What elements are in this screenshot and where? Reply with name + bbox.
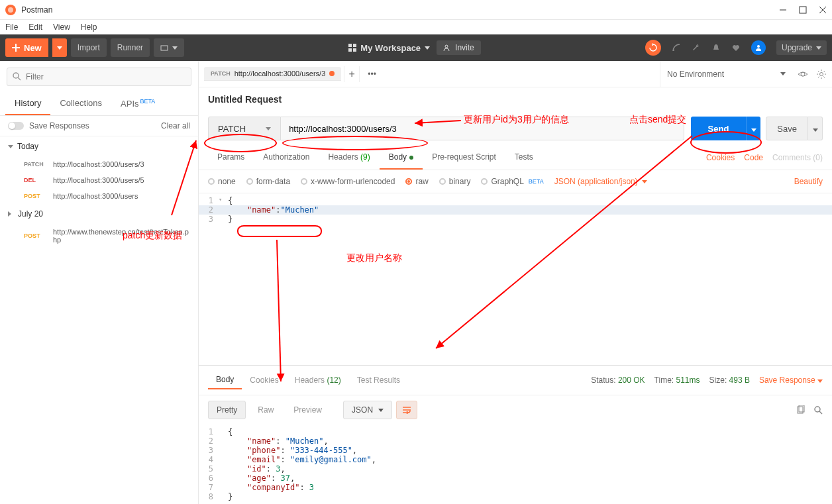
- body-type-raw[interactable]: raw: [405, 177, 428, 186]
- folder-icon: [160, 44, 168, 52]
- cookies-link[interactable]: Cookies: [706, 153, 735, 162]
- app-title: Postman: [21, 5, 779, 15]
- app-icon: [5, 5, 16, 15]
- minimize-icon[interactable]: [779, 6, 787, 14]
- close-icon[interactable]: [819, 6, 827, 14]
- menu-view[interactable]: View: [53, 23, 70, 32]
- workspace-selector[interactable]: My Workspace: [348, 43, 430, 53]
- env-preview-icon[interactable]: [798, 69, 808, 79]
- new-dropdown[interactable]: [52, 38, 67, 57]
- tab-body[interactable]: Body: [380, 146, 423, 170]
- resp-tab-headers[interactable]: Headers (12): [287, 372, 349, 389]
- filter-input[interactable]: [7, 68, 191, 86]
- tab-apis[interactable]: APIsBETA: [111, 93, 164, 115]
- request-subtabs: Params Authorization Headers (9) Body Pr…: [199, 146, 832, 170]
- open-button[interactable]: [154, 38, 184, 57]
- heart-icon[interactable]: [731, 43, 741, 52]
- code-link[interactable]: Code: [744, 153, 763, 162]
- history-item[interactable]: DELhttp://localhost:3000/users/5: [0, 172, 198, 188]
- send-button[interactable]: Send: [691, 117, 747, 140]
- url-input[interactable]: [281, 117, 684, 140]
- wrap-lines-icon[interactable]: [396, 401, 417, 419]
- body-type-graphql[interactable]: GraphQLBETA: [481, 177, 543, 186]
- tab-history[interactable]: History: [5, 93, 50, 115]
- plus-icon: [12, 44, 20, 52]
- content-type-selector[interactable]: JSON (application/json): [554, 177, 647, 186]
- maximize-icon[interactable]: [799, 6, 807, 14]
- settings-icon[interactable]: [816, 69, 827, 79]
- sidebar: History Collections APIsBETA Save Respon…: [0, 61, 199, 504]
- pretty-button[interactable]: Pretty: [208, 401, 246, 419]
- tab-authorization[interactable]: Authorization: [254, 146, 319, 170]
- svg-point-13: [673, 50, 674, 51]
- svg-line-24: [819, 411, 822, 414]
- menu-edit[interactable]: Edit: [28, 23, 42, 32]
- invite-button[interactable]: Invite: [437, 40, 481, 55]
- environment-selector[interactable]: No Environment: [660, 61, 792, 87]
- new-tab-button[interactable]: +: [344, 66, 360, 82]
- svg-point-23: [815, 407, 820, 412]
- history-item[interactable]: POSThttp://www.thenewstep.cn/test/testTo…: [0, 224, 198, 248]
- tab-params[interactable]: Params: [208, 146, 254, 170]
- tab-more-button[interactable]: •••: [362, 70, 382, 79]
- save-dropdown[interactable]: [808, 117, 823, 140]
- request-tab[interactable]: PATCH http://localhost:3000/users/3: [204, 67, 341, 81]
- resp-tab-cookies[interactable]: Cookies: [242, 372, 286, 389]
- wrench-icon[interactable]: [692, 43, 701, 52]
- runner-button[interactable]: Runner: [111, 38, 150, 57]
- history-group-today[interactable]: Today: [0, 136, 198, 156]
- response-format-selector[interactable]: JSON: [343, 401, 392, 419]
- bell-icon[interactable]: [711, 43, 721, 52]
- sidebar-toolbar: Save Responses Clear all: [0, 116, 198, 136]
- resp-tab-tests[interactable]: Test Results: [349, 372, 408, 389]
- body-type-binary[interactable]: binary: [439, 177, 471, 186]
- avatar[interactable]: [751, 40, 766, 55]
- save-button[interactable]: Save: [766, 117, 808, 140]
- import-button[interactable]: Import: [71, 38, 107, 57]
- body-type-urlencoded[interactable]: x-www-form-urlencoded: [301, 177, 395, 186]
- svg-rect-11: [353, 48, 356, 52]
- save-response-button[interactable]: Save Response: [759, 376, 823, 385]
- beautify-button[interactable]: Beautify: [794, 177, 823, 186]
- resp-tab-body[interactable]: Body: [208, 371, 242, 389]
- history-group-july20[interactable]: July 20: [0, 204, 198, 224]
- top-toolbar: New Import Runner My Workspace Invite Up…: [0, 34, 832, 61]
- body-type-none[interactable]: none: [208, 177, 236, 186]
- svg-rect-2: [800, 7, 806, 13]
- svg-point-15: [13, 73, 19, 78]
- response-tabs: Body Cookies Headers (12) Test Results S…: [199, 366, 832, 395]
- history-item[interactable]: POSThttp://localhost:3000/users: [0, 188, 198, 204]
- svg-line-16: [18, 77, 21, 80]
- svg-point-18: [820, 72, 823, 76]
- svg-point-14: [757, 45, 760, 48]
- save-responses-label: Save Responses: [29, 121, 89, 130]
- tab-collections[interactable]: Collections: [50, 93, 111, 115]
- tab-prerequest[interactable]: Pre-request Script: [423, 146, 505, 170]
- sync-icon[interactable]: [645, 40, 661, 56]
- raw-button[interactable]: Raw: [250, 401, 282, 419]
- content-area: PATCH http://localhost:3000/users/3 + ••…: [199, 61, 832, 504]
- menu-file[interactable]: File: [5, 23, 18, 32]
- preview-button[interactable]: Preview: [286, 401, 330, 419]
- tab-headers[interactable]: Headers (9): [319, 146, 379, 170]
- send-dropdown[interactable]: [746, 117, 760, 140]
- svg-rect-9: [353, 44, 356, 47]
- satellite-icon[interactable]: [672, 43, 681, 52]
- response-toolbar: Pretty Raw Preview JSON: [199, 395, 832, 425]
- sidebar-tabs: History Collections APIsBETA: [0, 93, 198, 116]
- search-response-icon[interactable]: [813, 405, 823, 415]
- clear-all-button[interactable]: Clear all: [161, 121, 190, 130]
- body-type-formdata[interactable]: form-data: [246, 177, 290, 186]
- menu-help[interactable]: Help: [81, 23, 97, 32]
- body-type-row: none form-data x-www-form-urlencoded raw…: [199, 170, 832, 193]
- copy-icon[interactable]: [796, 405, 806, 415]
- tab-tests[interactable]: Tests: [505, 146, 543, 170]
- request-body-editor[interactable]: 1▾{ 2 "name":"Muchen" 3}: [199, 193, 832, 227]
- upgrade-button[interactable]: Upgrade: [776, 40, 827, 55]
- history-item[interactable]: PATCHhttp://localhost:3000/users/3: [0, 156, 198, 172]
- svg-point-0: [8, 7, 13, 13]
- new-button[interactable]: New: [5, 38, 48, 57]
- http-method-selector[interactable]: PATCH: [208, 117, 281, 140]
- save-responses-toggle[interactable]: [8, 122, 24, 130]
- response-body[interactable]: 1{2 "name": "Muchen",3 "phone": "333-444…: [199, 425, 832, 504]
